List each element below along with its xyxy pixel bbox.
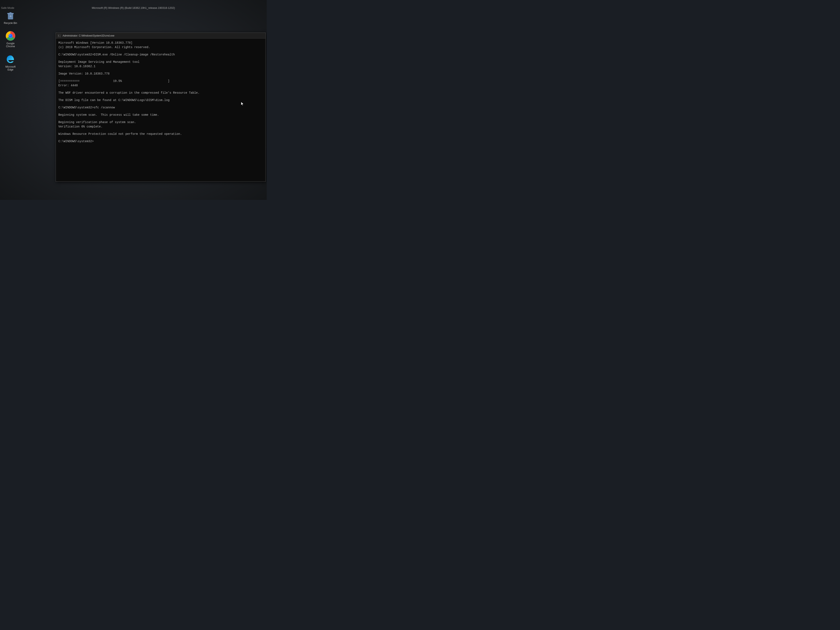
cmd-line <box>58 103 263 106</box>
cmd-line: Beginning verification phase of system s… <box>58 120 263 125</box>
recycle-bin-icon[interactable]: ♻ Recycle Bin <box>2 11 19 25</box>
cmd-line: Microsoft Windows [Version 10.0.18363.77… <box>58 41 263 45</box>
cmd-line: The DISM log file can be found at C:\WIN… <box>58 98 263 103</box>
cmd-line: C:\WINDOWS\system32> <box>58 139 263 144</box>
svg-line-5 <box>12 15 12 19</box>
cmd-line <box>58 136 263 139</box>
svg-rect-2 <box>9 13 11 13</box>
google-chrome-label: Google Chrome <box>2 42 19 48</box>
windows-build-text: Microsoft (R) Windows (R) (Build 18362.1… <box>92 6 175 9</box>
cmd-line: C:\WINDOWS\system32>sfc /scannow <box>58 106 263 110</box>
cmd-line: Version: 10.0.18362.1 <box>58 64 263 69</box>
recycle-bin-label: Recycle Bin <box>4 22 17 25</box>
cmd-line: Verification 6% complete. <box>58 125 263 129</box>
cmd-window: C: Administrator: C:\Windows\System32\cm… <box>56 33 266 182</box>
safe-mode-label: Safe Mode <box>1 6 14 9</box>
microsoft-edge-icon[interactable]: Microsoft Edge <box>2 54 19 71</box>
cmd-line <box>58 57 263 60</box>
cmd-line: Error: 4448 <box>58 84 263 88</box>
cmd-line: Image Version: 10.0.18363.778 <box>58 72 263 76</box>
cmd-line <box>58 95 263 98</box>
cmd-line: The WOF driver encountered a corruption … <box>58 91 263 95</box>
svg-text:♻: ♻ <box>9 15 11 17</box>
svg-text:C:: C: <box>58 35 61 37</box>
cmd-line <box>58 76 263 79</box>
google-chrome-image <box>5 31 16 41</box>
cmd-line <box>58 110 263 113</box>
cmd-line: (c) 2019 Microsoft Corporation. All righ… <box>58 45 263 50</box>
cmd-line: [=========== 19.5% ] <box>58 79 263 84</box>
cmd-line <box>58 129 263 132</box>
svg-point-10 <box>9 35 11 36</box>
desktop: Safe Mode Microsoft (R) Windows (R) (Bui… <box>0 0 267 200</box>
cmd-line: C:\WINDOWS\system32>DISM.exe /Online /Cl… <box>58 52 263 57</box>
cmd-line <box>58 117 263 120</box>
desktop-icons-area: ♻ Recycle Bin <box>2 11 19 71</box>
cmd-line: Beginning system scan. This process will… <box>58 113 263 117</box>
cmd-output[interactable]: Microsoft Windows [Version 10.0.18363.77… <box>56 39 265 182</box>
google-chrome-icon[interactable]: Google Chrome <box>2 31 19 48</box>
microsoft-edge-image <box>5 54 16 64</box>
cmd-line <box>58 88 263 91</box>
cmd-icon: C: <box>58 34 61 37</box>
cmd-line: Deployment Image Servicing and Managemen… <box>58 60 263 64</box>
cmd-titlebar: C: Administrator: C:\Windows\System32\cm… <box>56 33 265 39</box>
svg-point-9 <box>9 34 12 38</box>
microsoft-edge-label: Microsoft Edge <box>2 65 19 71</box>
cmd-line: Windows Resource Protection could not pe… <box>58 132 263 136</box>
cmd-line <box>58 69 263 72</box>
recycle-bin-image: ♻ <box>5 11 16 21</box>
cmd-line <box>58 50 263 52</box>
cmd-title-text: Administrator: C:\Windows\System32\cmd.e… <box>63 34 264 37</box>
